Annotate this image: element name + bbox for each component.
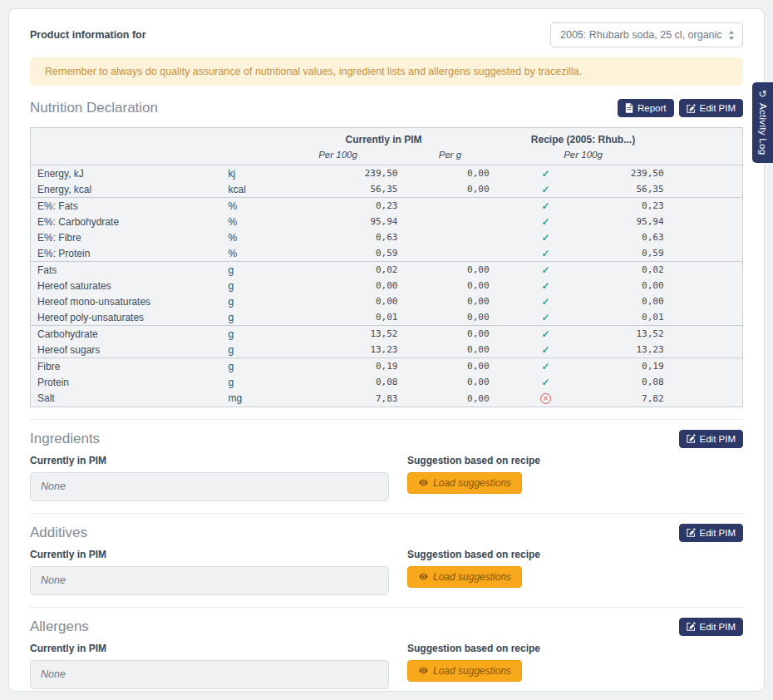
nutrient-label: Hereof mono-unsaturates xyxy=(31,293,222,309)
match-status: ✓ xyxy=(496,181,596,198)
quality-assurance-alert: Remember to always do quality assurance … xyxy=(30,57,743,86)
spacer-cell xyxy=(671,309,743,326)
history-icon: ↺ xyxy=(758,89,766,99)
report-button[interactable]: Report xyxy=(618,99,674,117)
ingredients-heading: Ingredients xyxy=(30,431,100,447)
activity-log-tab[interactable]: ↺ Activity Log xyxy=(752,82,773,163)
current-value: None xyxy=(41,481,66,492)
nutrient-label: Hereof poly-unsaturates xyxy=(31,309,222,326)
recipe-per-100g-value: 0,19 xyxy=(596,358,671,375)
nutrition-row: E%: Carbohydrate % 95,94 ✓ 95,94 xyxy=(31,214,743,229)
ingredients-edit-pim-button[interactable]: Edit PIM xyxy=(679,430,743,448)
nutrient-label: E%: Fibre xyxy=(31,229,222,245)
ingredients-section-head: Ingredients Edit PIM xyxy=(30,428,743,450)
recipe-per-100g-value: 95,94 xyxy=(596,214,671,229)
nutrient-label: Hereof saturates xyxy=(31,278,222,293)
edit-icon xyxy=(687,622,696,631)
nutrient-label: Fats xyxy=(31,262,222,279)
nutrition-heading: Nutrition Declaration xyxy=(30,100,158,116)
product-select-value: 2005: Rhubarb soda, 25 cl, organic xyxy=(560,29,722,41)
ingredients-load-suggestions-button[interactable]: Load suggestions xyxy=(407,472,522,494)
page-title: Product information for xyxy=(30,29,146,41)
pim-per-g-value: 0,00 xyxy=(405,262,496,279)
pim-per-g-value: 0,00 xyxy=(405,181,496,198)
suggestion-label: Suggestion based on recipe xyxy=(407,455,743,467)
match-status: ✓ xyxy=(496,326,596,343)
nutrient-label: E%: Fats xyxy=(31,198,222,214)
nutrient-unit: % xyxy=(222,198,272,214)
match-status: ✓ xyxy=(496,358,596,375)
pim-per-g-header: Per g xyxy=(405,148,496,165)
pim-per-100g-value: 95,94 xyxy=(272,214,405,229)
pim-per-g-value: 0,00 xyxy=(405,278,496,293)
spacer-cell xyxy=(671,198,743,214)
pim-per-100g-value: 13,52 xyxy=(272,326,405,343)
eye-icon xyxy=(418,477,429,488)
edit-pim-label: Edit PIM xyxy=(700,528,736,538)
pim-per-100g-value: 0,63 xyxy=(272,229,405,245)
load-suggestions-label: Load suggestions xyxy=(433,477,511,489)
nutrition-row: Fats g 0,02 0,00 ✓ 0,02 xyxy=(31,262,743,279)
pim-per-g-value: 0,00 xyxy=(405,390,496,407)
edit-icon xyxy=(687,528,696,537)
nutrition-row: Hereof poly-unsaturates g 0,01 0,00 ✓ 0,… xyxy=(31,309,743,326)
nutrition-row: Energy, kcal kcal 56,35 0,00 ✓ 56,35 xyxy=(31,181,743,198)
ingredients-current-value-box: None xyxy=(30,472,389,501)
allergens-edit-pim-button[interactable]: Edit PIM xyxy=(679,618,743,636)
spacer-cell xyxy=(671,326,743,343)
currently-in-pim-label: Currently in PIM xyxy=(30,549,389,561)
nutrient-unit: % xyxy=(222,229,272,245)
nutrient-unit: g xyxy=(222,342,272,358)
activity-log-label: Activity Log xyxy=(758,103,768,155)
recipe-per-100g-header: Per 100g xyxy=(496,148,671,165)
nutrient-label: Salt xyxy=(31,390,222,407)
document-icon xyxy=(625,103,633,113)
nutrition-buttons: Report Edit PIM xyxy=(618,99,743,117)
allergens-load-suggestions-button[interactable]: Load suggestions xyxy=(407,660,522,682)
nutrient-unit: mg xyxy=(222,390,272,407)
spacer-cell xyxy=(671,229,743,245)
recipe-per-100g-value: 7,82 xyxy=(596,390,671,407)
nutrition-row: E%: Fibre % 0,63 ✓ 0,63 xyxy=(31,229,743,245)
pim-per-g-value: 0,00 xyxy=(405,309,496,326)
nutrient-label: Protein xyxy=(31,374,222,390)
eye-icon xyxy=(418,665,429,676)
recipe-per-100g-value: 0,63 xyxy=(596,229,671,245)
current-value: None xyxy=(41,668,66,680)
pim-per-g-value: 0,00 xyxy=(405,374,496,390)
edit-pim-button[interactable]: Edit PIM xyxy=(679,99,743,117)
allergens-body: Currently in PIM None Suggestion based o… xyxy=(30,643,743,689)
match-status: ✓ xyxy=(496,374,596,390)
nutrient-unit: g xyxy=(222,374,272,390)
edit-pim-label: Edit PIM xyxy=(700,103,736,113)
pim-per-g-value: 0,00 xyxy=(405,326,496,343)
check-icon: ✓ xyxy=(541,296,549,308)
check-icon: ✓ xyxy=(541,184,549,195)
nutrient-unit: g xyxy=(222,358,272,375)
recipe-per-100g-value: 0,59 xyxy=(596,245,671,262)
pim-per-g-value xyxy=(405,245,496,262)
spacer-cell xyxy=(671,390,743,407)
nutrient-label: E%: Carbohydrate xyxy=(31,214,222,229)
spacer-cell xyxy=(671,358,743,375)
pim-per-100g-value: 56,35 xyxy=(272,181,405,198)
additives-load-suggestions-button[interactable]: Load suggestions xyxy=(407,566,522,588)
ingredients-section: Ingredients Edit PIM Currently in PIM No… xyxy=(30,419,743,501)
recipe-per-100g-value: 0,01 xyxy=(596,309,671,326)
select-arrows-icon xyxy=(728,31,735,40)
pim-per-100g-value: 7,83 xyxy=(272,390,405,407)
pim-per-100g-value: 0,00 xyxy=(272,278,405,293)
load-suggestions-label: Load suggestions xyxy=(433,571,511,583)
currently-in-pim-label: Currently in PIM xyxy=(30,455,389,467)
pim-per-g-value: 0,00 xyxy=(405,358,496,375)
suggestion-label: Suggestion based on recipe xyxy=(407,643,743,655)
additives-heading: Additives xyxy=(30,525,87,541)
allergens-heading: Allergens xyxy=(30,619,89,635)
nutrition-row: Salt mg 7,83 0,00 × 7,82 xyxy=(31,390,743,407)
nutrition-row: Hereof mono-unsaturates g 0,00 0,00 ✓ 0,… xyxy=(31,293,743,309)
additives-edit-pim-button[interactable]: Edit PIM xyxy=(679,524,743,542)
product-select[interactable]: 2005: Rhubarb soda, 25 cl, organic xyxy=(550,22,743,47)
check-icon: ✓ xyxy=(541,232,549,244)
pim-group-header: Currently in PIM xyxy=(272,128,496,148)
nutrient-unit: g xyxy=(222,326,272,343)
